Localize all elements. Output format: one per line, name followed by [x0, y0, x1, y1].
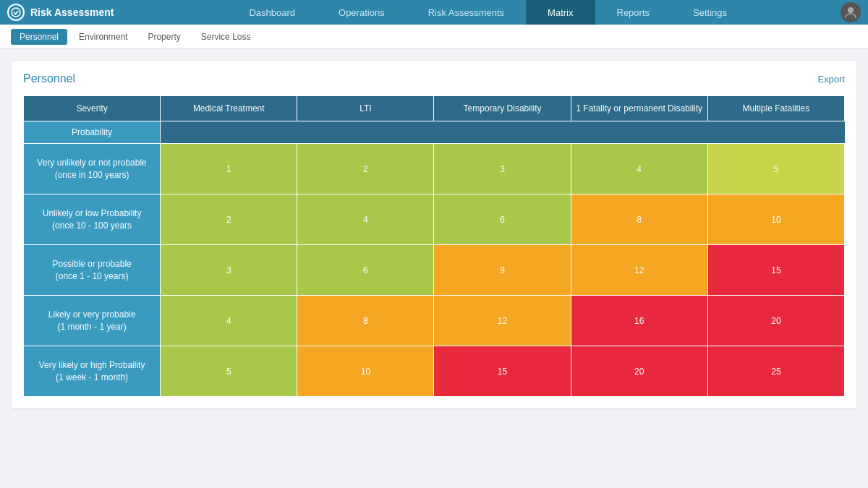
subnav-service-loss[interactable]: Service Loss [192, 29, 260, 45]
cell-r1-c3: 8 [571, 194, 707, 245]
nav-settings[interactable]: Settings [671, 0, 749, 25]
cell-r4-c2: 15 [434, 346, 571, 397]
cell-r3-c1: 8 [297, 296, 434, 346]
matrix-table: Severity Medical Treatment LTI Temporary… [23, 95, 845, 397]
cell-r0-c0: 1 [161, 144, 297, 194]
subnav-personnel[interactable]: Personnel [11, 29, 67, 45]
cell-r4-c4: 25 [707, 346, 844, 397]
prob-row-3: Likely or very probable(1 month - 1 year… [24, 296, 161, 346]
cell-r3-c4: 20 [707, 296, 844, 346]
page-title: Personnel [23, 72, 75, 85]
cell-r4-c0: 5 [161, 346, 297, 397]
brand-name: Risk Assessment [30, 7, 114, 18]
cell-r2-c3: 12 [571, 245, 707, 296]
navbar: Risk Assessment Dashboard Operations Ris… [0, 0, 868, 25]
nav-dashboard[interactable]: Dashboard [227, 0, 317, 25]
svg-point-0 [12, 8, 20, 17]
cell-r2-c4: 15 [707, 245, 844, 296]
prob-row-2: Possible or probable(once 1 - 10 years) [24, 245, 161, 296]
nav-matrix[interactable]: Matrix [526, 0, 595, 25]
avatar[interactable] [841, 2, 861, 22]
cell-r0-c1: 2 [297, 144, 434, 194]
cell-r0-c4: 5 [707, 144, 844, 194]
brand-icon [7, 4, 25, 21]
export-button[interactable]: Export [817, 74, 845, 85]
cell-r3-c0: 4 [161, 296, 297, 346]
cell-r2-c0: 3 [161, 245, 297, 296]
col-lti: LTI [297, 96, 434, 121]
cell-r3-c3: 16 [571, 296, 707, 346]
col-1-fatality: 1 Fatality or permanent Disability [571, 96, 707, 121]
subnav-environment[interactable]: Environment [70, 29, 136, 45]
cell-r1-c1: 4 [297, 194, 434, 245]
prob-row-0: Very unlikely or not probable(once in 10… [24, 144, 161, 194]
nav-risk-assessments[interactable]: Risk Assessments [407, 0, 526, 25]
brand: Risk Assessment [7, 4, 114, 21]
subnav: Personnel Environment Property Service L… [0, 25, 868, 49]
nav-operations[interactable]: Operations [317, 0, 407, 25]
col-temp-disability: Temporary Disability [434, 96, 571, 121]
col-multiple-fatalities: Multiple Fatalities [707, 96, 844, 121]
prob-row-4: Very likely or high Probaility(1 week - … [24, 346, 161, 397]
cell-r1-c4: 10 [707, 194, 844, 245]
cell-r0-c2: 3 [434, 144, 571, 194]
nav-reports[interactable]: Reports [595, 0, 672, 25]
cell-r1-c2: 6 [434, 194, 571, 245]
cell-r4-c3: 20 [571, 346, 707, 397]
cell-r2-c1: 6 [297, 245, 434, 296]
cell-r0-c3: 4 [571, 144, 707, 194]
cell-r3-c2: 12 [434, 296, 571, 346]
card-header: Personnel Export [23, 72, 845, 85]
nav-items: Dashboard Operations Risk Assessments Ma… [135, 0, 841, 25]
card: Personnel Export Severity Medical Treatm… [12, 61, 856, 408]
page-content: Personnel Export Severity Medical Treatm… [0, 49, 868, 420]
probability-header: Probability [24, 121, 161, 144]
cell-r1-c0: 2 [161, 194, 297, 245]
svg-point-1 [848, 7, 854, 13]
cell-r2-c2: 9 [434, 245, 571, 296]
cell-r4-c1: 10 [297, 346, 434, 397]
prob-row-1: Unlikely or low Probability(once 10 - 10… [24, 194, 161, 245]
subnav-property[interactable]: Property [139, 29, 189, 45]
col-medical: Medical Treatment [161, 96, 297, 121]
severity-header: Severity [24, 96, 161, 121]
